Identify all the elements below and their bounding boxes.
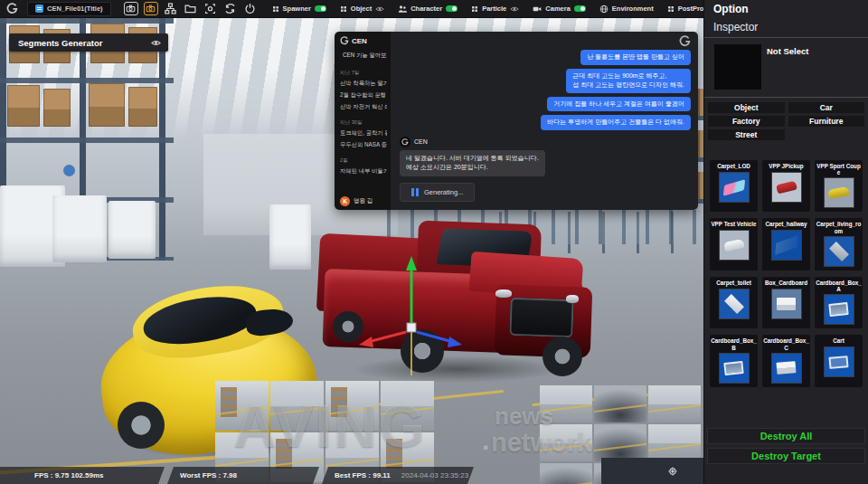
menu-spawner-label: Spawner [283,5,311,13]
chat-guide-item[interactable]: CEN 기능 알아보기 [340,52,387,60]
refresh-button[interactable] [223,2,238,15]
chat-history-item[interactable]: 2월 잠수함의 운행 경로 [340,91,387,100]
assistant-message: CEN 네 알겠습니다. 서버 대기열에 등록 되었습니다. 예상 소요시간은 … [400,137,545,177]
viewport-3d-scene[interactable]: Segments Generator CEN CEN 기능 알아보기 지난 7일… [0,18,703,484]
chat-history-item[interactable]: 토크체인, 굴착기 등의 공.. [340,129,387,138]
camera-thumbnail[interactable] [215,381,269,431]
camera-toggle-on[interactable] [574,5,586,12]
asset-tile[interactable]: Cardboard_Box_C [762,335,810,386]
asset-thumbnail [824,236,854,267]
grid-icon [667,5,675,13]
cardboard-crate [128,87,157,127]
asset-tile[interactable]: Box_Cardboard [762,277,810,328]
gizmo-x-axis-handle[interactable] [368,332,406,342]
chat-history-section-label: 지난 30일 [340,119,387,127]
asset-label: Cart [816,337,862,345]
asset-tile[interactable]: Cart [815,335,863,386]
assistant-text: 네 알겠습니다. 서버 대기열에 등록 되었습니다. 예상 소요시간은 20분입… [400,150,545,177]
category-factory-button[interactable]: Factory [708,116,785,127]
file-title-label: CEN_File01(Title) [47,5,103,13]
gizmo-z-arrowhead[interactable] [448,337,462,347]
destroy-target-button[interactable]: Destroy Target [707,448,865,464]
camera-thumbnail[interactable] [540,385,592,422]
segments-visibility-button[interactable] [151,38,161,48]
menu-camera[interactable]: Camera [533,5,586,14]
category-object-button[interactable]: Object [708,102,785,113]
gear-icon[interactable] [667,466,678,477]
cardboard-crate [43,89,71,127]
user-name: 영원 김 [354,197,373,205]
assistant-avatar [400,137,410,147]
camera-thumbnail[interactable] [540,463,592,484]
chat-user-account[interactable]: K 영원 김 [340,196,387,206]
menu-environment[interactable]: Environment [599,5,654,14]
top-toolbar: CEN_File01(Title) Spawner Object [0,0,703,18]
toolbar-menus: Spawner Object Character Particle Camera [272,5,720,14]
gizmo-center-handle[interactable] [407,323,416,332]
grid-icon [340,5,347,13]
spawner-toggle-on[interactable] [315,5,326,12]
generating-status-button[interactable]: Generating... [400,183,475,202]
menu-object[interactable]: Object [340,5,384,14]
asset-tile[interactable]: VPP Test Vehicle [710,218,758,270]
menu-particle[interactable]: Particle [471,5,519,14]
red-truck-grille [509,298,573,337]
asset-label: VPP JPickup [763,163,809,170]
selection-preview-box [714,44,761,90]
asset-tile[interactable]: Carpet_hallway [762,218,810,270]
people-icon [398,5,407,14]
cen-logo-icon [679,35,691,47]
camera-thumbnail[interactable] [594,385,646,422]
gizmo-y-arrowhead[interactable] [406,256,417,270]
eye-icon[interactable] [510,5,519,14]
asset-tile[interactable]: Cardboard_Box_B [710,335,758,386]
cardboard-crate [7,85,40,127]
open-folder-button[interactable] [184,2,198,15]
camera-thumbnail[interactable] [594,424,646,461]
yellow-car-wheel [118,402,165,449]
camera-thumbnail[interactable] [326,381,379,431]
menu-character[interactable]: Character [398,5,458,14]
asset-tile[interactable]: VPP Sport Coupe [815,160,863,212]
asset-tile[interactable]: VPP JPickup [762,160,810,212]
asset-tile[interactable]: Carpet_living_room [815,218,863,270]
chat-history-item[interactable]: 선박 착륙하는 열기 [340,80,387,88]
asset-tile[interactable]: Carpet_toilet [710,277,758,328]
menu-object-label: Object [351,5,372,13]
chat-sidebar: CEN CEN 기능 알아보기 지난 7일 선박 착륙하는 열기 2월 잠수함의… [335,32,391,210]
timestamp: 2024-04-03 23:35:23 [401,471,468,479]
hierarchy-button[interactable] [164,2,178,15]
category-furniture-button[interactable]: Furniture [788,116,865,127]
asset-thumbnail [719,289,750,319]
option-panel-title: Option [704,0,868,17]
category-street-button[interactable]: Street [708,129,785,140]
destroy-all-button[interactable]: Destroy All [707,428,865,444]
asset-tile[interactable]: Carpet_LOD [710,160,758,212]
segments-generator-panel[interactable]: Segments Generator [9,33,168,52]
gizmo-z-axis-handle[interactable] [417,332,453,342]
screenshot-camera-button[interactable] [124,2,138,15]
assistant-name: CEN [414,138,428,145]
camera-thumbnail[interactable] [540,424,592,461]
record-camera-button[interactable] [144,2,158,15]
chat-history-item[interactable]: 자체된 내부 비둘기 둥지 [340,167,387,176]
grid-icon [272,5,279,13]
asset-tile[interactable]: Cardboard_Box_A [815,277,863,328]
asset-label: Cardboard_Box_C [763,337,809,350]
menu-spawner[interactable]: Spawner [272,5,326,13]
chat-history-item[interactable]: 선박 자전거 혁신 리소스 [340,103,387,111]
camera-thumbnail[interactable] [648,424,701,461]
focus-view-button[interactable] [203,2,218,15]
camera-thumbnail[interactable] [648,385,701,422]
chat-brand: CEN [340,36,387,45]
chat-history-item[interactable]: 무두선의 NASA 중앙 버.. [340,141,387,149]
character-toggle-on[interactable] [446,5,458,12]
camera-thumbnail[interactable] [270,381,324,431]
eye-icon[interactable] [375,5,384,14]
file-title-button[interactable]: CEN_File01(Title) [27,2,111,16]
camera-thumbnail[interactable] [381,381,434,431]
pause-icon [411,188,419,196]
category-car-button[interactable]: Car [788,102,865,113]
gizmo-x-arrowhead[interactable] [359,337,373,347]
power-button[interactable] [243,2,258,15]
